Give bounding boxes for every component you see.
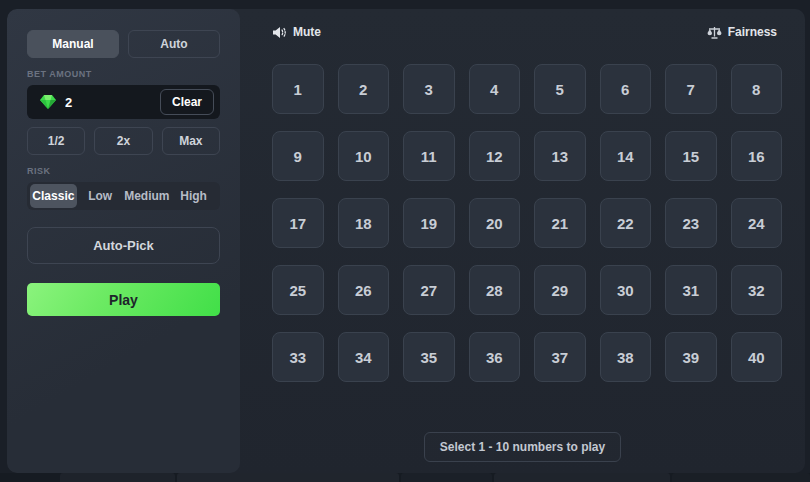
footer-segment xyxy=(401,473,493,482)
keno-tile-28[interactable]: 28 xyxy=(469,265,521,315)
keno-tile-36[interactable]: 36 xyxy=(469,332,521,382)
keno-tile-2[interactable]: 2 xyxy=(338,64,390,114)
bet-amount-box: Clear xyxy=(27,85,220,119)
keno-game-container: Manual Auto BET AMOUNT Clear 1/2 2x Max … xyxy=(7,9,805,473)
risk-option-low[interactable]: Low xyxy=(77,184,124,208)
keno-tile-12[interactable]: 12 xyxy=(469,131,521,181)
keno-tile-9[interactable]: 9 xyxy=(272,131,324,181)
keno-tile-14[interactable]: 14 xyxy=(600,131,652,181)
footer-strip xyxy=(0,473,810,482)
keno-tile-13[interactable]: 13 xyxy=(534,131,586,181)
mute-label: Mute xyxy=(293,25,321,39)
risk-label: RISK xyxy=(27,166,220,176)
keno-tile-38[interactable]: 38 xyxy=(600,332,652,382)
bet-amount-label: BET AMOUNT xyxy=(27,69,220,79)
double-bet-button[interactable]: 2x xyxy=(94,127,152,155)
keno-tile-35[interactable]: 35 xyxy=(403,332,455,382)
bet-modifier-row: 1/2 2x Max xyxy=(27,127,220,155)
risk-selector: Classic Low Medium High xyxy=(27,182,220,210)
keno-tile-31[interactable]: 31 xyxy=(665,265,717,315)
keno-tile-18[interactable]: 18 xyxy=(338,198,390,248)
keno-tile-33[interactable]: 33 xyxy=(272,332,324,382)
keno-tile-37[interactable]: 37 xyxy=(534,332,586,382)
bet-amount-input[interactable] xyxy=(65,95,160,110)
helper-row: Select 1 - 10 numbers to play xyxy=(240,432,805,462)
keno-tile-10[interactable]: 10 xyxy=(338,131,390,181)
keno-tile-29[interactable]: 29 xyxy=(534,265,586,315)
keno-tile-39[interactable]: 39 xyxy=(665,332,717,382)
keno-tile-6[interactable]: 6 xyxy=(600,64,652,114)
keno-tile-22[interactable]: 22 xyxy=(600,198,652,248)
half-bet-button[interactable]: 1/2 xyxy=(27,127,85,155)
keno-tile-5[interactable]: 5 xyxy=(534,64,586,114)
keno-tile-17[interactable]: 17 xyxy=(272,198,324,248)
risk-option-classic[interactable]: Classic xyxy=(30,184,77,208)
risk-option-high[interactable]: High xyxy=(170,184,217,208)
green-gem-icon xyxy=(40,95,56,109)
max-bet-button[interactable]: Max xyxy=(162,127,220,155)
keno-tile-11[interactable]: 11 xyxy=(403,131,455,181)
tab-auto[interactable]: Auto xyxy=(128,30,220,58)
keno-tile-1[interactable]: 1 xyxy=(272,64,324,114)
fairness-button[interactable]: Fairness xyxy=(707,25,777,39)
mode-tabs: Manual Auto xyxy=(27,30,220,58)
keno-tile-8[interactable]: 8 xyxy=(731,64,783,114)
scales-icon xyxy=(707,26,722,39)
keno-tile-23[interactable]: 23 xyxy=(665,198,717,248)
keno-tile-4[interactable]: 4 xyxy=(469,64,521,114)
keno-tile-24[interactable]: 24 xyxy=(731,198,783,248)
footer-segment xyxy=(494,473,670,482)
keno-tile-40[interactable]: 40 xyxy=(731,332,783,382)
speaker-icon xyxy=(272,26,287,39)
keno-tile-16[interactable]: 16 xyxy=(731,131,783,181)
selection-helper-text: Select 1 - 10 numbers to play xyxy=(424,432,621,462)
game-topbar: Mute Fairness xyxy=(272,25,777,39)
keno-grid: 1234567891011121314151617181920212223242… xyxy=(272,64,782,382)
keno-tile-25[interactable]: 25 xyxy=(272,265,324,315)
clear-bet-button[interactable]: Clear xyxy=(160,89,214,115)
keno-tile-32[interactable]: 32 xyxy=(731,265,783,315)
mute-toggle[interactable]: Mute xyxy=(272,25,321,39)
footer-segment xyxy=(177,473,399,482)
auto-pick-button[interactable]: Auto-Pick xyxy=(27,227,220,264)
fairness-label: Fairness xyxy=(728,25,777,39)
keno-tile-21[interactable]: 21 xyxy=(534,198,586,248)
keno-tile-27[interactable]: 27 xyxy=(403,265,455,315)
keno-tile-19[interactable]: 19 xyxy=(403,198,455,248)
play-button[interactable]: Play xyxy=(27,283,220,316)
keno-tile-7[interactable]: 7 xyxy=(665,64,717,114)
keno-tile-26[interactable]: 26 xyxy=(338,265,390,315)
risk-option-medium[interactable]: Medium xyxy=(124,184,171,208)
keno-tile-3[interactable]: 3 xyxy=(403,64,455,114)
keno-tile-15[interactable]: 15 xyxy=(665,131,717,181)
footer-segment xyxy=(672,473,810,482)
bet-control-panel: Manual Auto BET AMOUNT Clear 1/2 2x Max … xyxy=(7,9,240,473)
keno-tile-30[interactable]: 30 xyxy=(600,265,652,315)
tab-manual[interactable]: Manual xyxy=(27,30,119,58)
keno-board-area: Mute Fairness 12345678910111213141516171… xyxy=(240,9,805,473)
keno-tile-34[interactable]: 34 xyxy=(338,332,390,382)
keno-grid-wrap: 1234567891011121314151617181920212223242… xyxy=(272,64,782,382)
footer-segment xyxy=(60,473,175,482)
keno-tile-20[interactable]: 20 xyxy=(469,198,521,248)
